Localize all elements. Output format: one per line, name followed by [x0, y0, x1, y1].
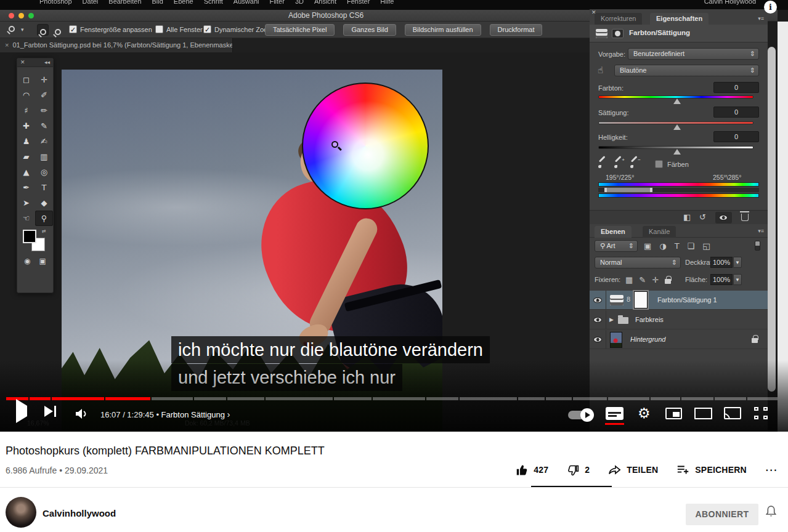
menu-item[interactable]: 3D [295, 0, 304, 5]
menu-item[interactable]: Bearbeiten [108, 0, 141, 5]
layer-thumbnail[interactable] [610, 332, 622, 348]
theater-mode-icon[interactable] [694, 408, 712, 419]
color-swatches[interactable]: ⇄ [17, 228, 53, 256]
fullscreen-icon[interactable] [754, 407, 768, 419]
chapter-segment[interactable] [573, 397, 607, 400]
options-button[interactable]: Druckformat [490, 24, 543, 36]
saturation-slider-thumb[interactable] [673, 124, 681, 130]
play-button[interactable] [16, 406, 27, 417]
chapter-segment[interactable] [460, 397, 517, 400]
eyedropper-subtract-icon[interactable]: − [630, 159, 640, 169]
chapter-segment[interactable] [334, 397, 372, 400]
document-tab[interactable]: ×01_Farbton Sättigung.psd bei 16,7% (Far… [0, 38, 233, 52]
lightness-slider[interactable] [598, 146, 753, 149]
channel-select[interactable]: Blautöne⇕ [614, 65, 759, 76]
chapter-segment[interactable] [373, 397, 425, 400]
checkbox-dynamic-zoom[interactable]: ✓ Dynamischer Zoom [203, 25, 273, 33]
chapter-segment[interactable] [715, 397, 746, 400]
visibility-toggle[interactable] [715, 212, 732, 224]
scrollbar[interactable] [768, 47, 776, 392]
close-window-icon[interactable] [9, 13, 14, 18]
tool-button[interactable]: ▰ [17, 149, 35, 164]
menu-item[interactable]: Datei [83, 0, 99, 5]
video-player[interactable]: PhotoshopDateiBearbeitenBildEbeneSchrift… [0, 0, 788, 432]
tool-button[interactable]: ✏ [35, 103, 53, 118]
eyedropper-add-icon[interactable]: + [614, 159, 624, 169]
saturation-slider[interactable] [598, 121, 753, 124]
like-button[interactable]: 427 [516, 464, 548, 477]
tool-button[interactable]: ◻ [17, 72, 35, 87]
menu-item[interactable]: Fenster [347, 0, 370, 5]
tab-ebenen[interactable]: Ebenen [595, 226, 632, 238]
chapter-segment[interactable] [608, 397, 649, 400]
chapter-segment[interactable] [194, 397, 226, 400]
layers-panel-menu-icon[interactable]: ▾≡ [758, 228, 764, 234]
toolbar-mode-icon[interactable]: ◉ [24, 257, 30, 265]
lightness-value[interactable]: 0 [713, 131, 759, 142]
menu-item[interactable]: Auswahl [234, 0, 259, 5]
layer-mask-thumbnail[interactable] [634, 291, 648, 308]
expand-group-icon[interactable]: ▶ [609, 316, 614, 323]
volume-icon[interactable] [74, 406, 90, 424]
tool-button[interactable]: ⚲ [35, 211, 53, 226]
blend-mode-select[interactable]: Normal⇕ [595, 257, 681, 268]
hue-slider[interactable] [598, 95, 753, 99]
opacity-caret-icon[interactable]: ▼ [733, 257, 742, 268]
checkbox-fit-window[interactable]: ✓ Fenstergröße anpassen [69, 25, 152, 33]
layer-visibility-cell[interactable] [590, 310, 606, 329]
miniplayer-icon[interactable] [665, 408, 682, 419]
lock-option-icon[interactable]: ✎ [639, 275, 646, 284]
tool-button[interactable]: ✚ [17, 118, 35, 134]
chapter-segment[interactable] [152, 397, 193, 400]
autoplay-toggle[interactable] [568, 411, 593, 419]
tools-panel[interactable]: ✕ ◂◂ ◻✛◠✐♯✏✚✎♟✍▰▥▲◎✒T➤◆☜⚲ ⇄ ◉▣ [17, 58, 54, 293]
clip-to-layer-icon[interactable]: ◧ [683, 212, 691, 222]
panel-menu-icon[interactable]: ▾≡ [758, 15, 764, 22]
chapter-segment[interactable] [747, 397, 778, 400]
tool-button[interactable]: ✛ [35, 72, 53, 87]
tool-button[interactable]: ✍ [35, 134, 53, 149]
chapter-segment[interactable] [651, 397, 681, 400]
lock-option-icon[interactable]: ▦ [625, 275, 633, 284]
tool-button[interactable]: ✒ [17, 180, 35, 195]
dislike-button[interactable]: 2 [567, 464, 590, 477]
delete-adjustment-icon[interactable] [741, 214, 749, 221]
chapter-segment[interactable] [518, 397, 544, 400]
mask-icon[interactable] [612, 29, 623, 38]
fill-caret-icon[interactable]: ▼ [733, 274, 742, 285]
menu-item[interactable]: Schrift [204, 0, 223, 5]
chapter-title[interactable]: Farbton Sättigung [161, 410, 225, 419]
options-button[interactable]: Tatsächliche Pixel [265, 24, 335, 36]
on-image-tool-icon[interactable]: ☝ [598, 65, 603, 76]
more-actions-button[interactable]: ⋯ [765, 462, 778, 477]
layer-row-group[interactable]: ▶ Farbkreis [590, 310, 768, 329]
preset-select[interactable]: Benutzerdefiniert⇕ [628, 48, 759, 60]
channel-avatar[interactable] [6, 497, 36, 528]
tool-button[interactable]: ◆ [35, 195, 53, 211]
menu-item[interactable]: Hilfe [380, 0, 394, 5]
close-tab-icon[interactable]: × [5, 41, 9, 49]
tool-button[interactable]: ◎ [35, 164, 53, 180]
settings-gear-icon[interactable]: ⚙ [638, 405, 651, 421]
lock-all-icon[interactable] [665, 279, 671, 284]
tool-button[interactable]: ✐ [35, 87, 53, 103]
tool-button[interactable]: ♟ [17, 134, 35, 149]
hue-slider-thumb[interactable] [673, 99, 681, 104]
colorize-checkbox[interactable] [655, 160, 663, 168]
tool-button[interactable]: ♯ [17, 103, 35, 118]
tools-collapse-icon[interactable]: ◂◂ [44, 58, 50, 66]
chapter-segment[interactable] [426, 397, 458, 400]
video-info-icon[interactable]: i [764, 1, 777, 14]
layer-visibility-cell[interactable] [590, 330, 606, 349]
foreground-color-swatch[interactable] [23, 230, 36, 243]
save-button[interactable]: SPEICHERN [676, 464, 746, 475]
notification-bell-icon[interactable] [763, 504, 779, 522]
tab-korrekturen[interactable]: Korrekturen [595, 13, 642, 25]
menu-item[interactable]: Photoshop [39, 0, 72, 5]
channel-name[interactable]: Calvinhollywood [43, 508, 116, 518]
tool-button[interactable]: ➤ [17, 195, 35, 211]
subscribed-button[interactable]: ABONNIERT [686, 504, 758, 525]
layer-name[interactable]: Farbton/Sättigung 1 [657, 296, 717, 304]
eyedropper-icon[interactable] [598, 159, 608, 169]
layer-filter-icon[interactable]: T [675, 241, 680, 251]
